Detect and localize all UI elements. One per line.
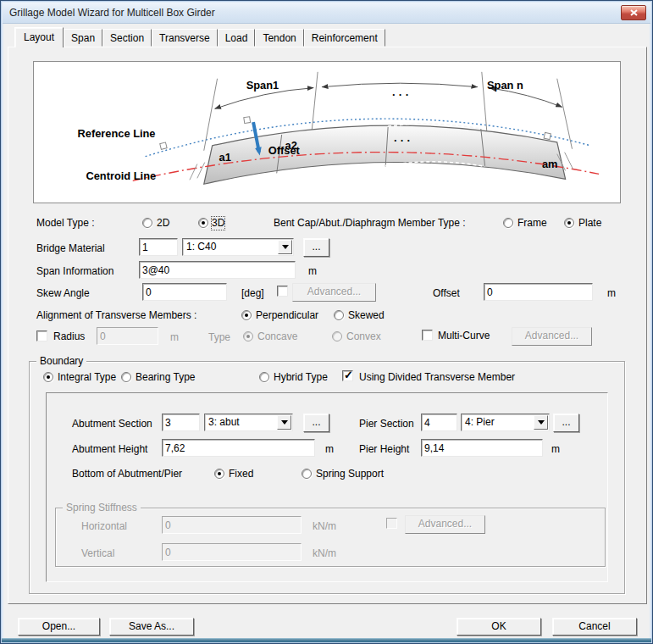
radio-frame[interactable] (503, 218, 513, 228)
abutment-height-input[interactable] (162, 439, 315, 457)
tab-layout[interactable]: Layout (14, 27, 64, 47)
tab-load[interactable]: Load (218, 29, 256, 47)
tab-section[interactable]: Section (102, 29, 152, 47)
radio-perpendicular[interactable] (241, 310, 252, 320)
radio-2d[interactable] (142, 218, 152, 228)
radio-hybrid-type[interactable] (259, 372, 269, 382)
radio-hybrid-type-label[interactable]: Hybrid Type (274, 371, 328, 384)
pier-section-combo-value: 4: Pier (465, 416, 495, 428)
radio-spring-support-label[interactable]: Spring Support (316, 468, 384, 480)
reference-line-label: Reference Line (78, 127, 156, 140)
tab-bar: Layout Span Section Transverse Load Tend… (14, 26, 385, 47)
chevron-down-icon (282, 245, 289, 249)
abutment-section-more-button[interactable]: ... (303, 414, 329, 432)
pier-height-unit: m (551, 443, 560, 456)
abutment-height-label: Abutment Height (72, 443, 147, 456)
spring-vertical-input (162, 543, 302, 561)
skew-advanced-checkbox[interactable] (277, 286, 288, 297)
radio-fixed-label[interactable]: Fixed (229, 468, 253, 480)
multi-curve-label[interactable]: Multi-Curve (438, 330, 490, 342)
abutment-height-unit: m (325, 443, 334, 456)
radio-perpendicular-label[interactable]: Perpendicular (256, 309, 318, 322)
radio-spring-support[interactable] (302, 469, 312, 479)
tab-span[interactable]: Span (64, 29, 102, 47)
radius-label[interactable]: Radius (53, 330, 85, 343)
radio-skewed[interactable] (334, 310, 344, 320)
radio-skewed-label[interactable]: Skewed (348, 309, 385, 322)
bottom-of-abutment-pier-label: Bottom of Abutment/Pier (72, 468, 182, 480)
radio-convex-label: Convex (346, 330, 381, 343)
pier-section-more-button[interactable]: ... (553, 414, 579, 432)
abutment-section-id-input[interactable] (162, 414, 200, 431)
radio-bearing-type[interactable] (121, 372, 131, 382)
skew-angle-input[interactable] (142, 283, 227, 301)
offset-input[interactable] (484, 283, 593, 301)
radio-3d[interactable] (198, 218, 208, 228)
chevron-down-icon (281, 420, 288, 425)
radio-plate[interactable] (564, 218, 574, 228)
pier-section-combo[interactable]: 4: Pier (461, 414, 550, 431)
tab-tendon[interactable]: Tendon (255, 29, 303, 47)
bridge-material-more-button[interactable]: ... (303, 238, 329, 257)
tab-reinforcement[interactable]: Reinforcement (304, 29, 385, 47)
divided-transverse-checkbox[interactable] (342, 370, 353, 381)
radio-frame-label[interactable]: Frame (517, 217, 547, 230)
pier-section-dropdown-button[interactable] (534, 415, 548, 430)
spring-vertical-unit: kN/m (313, 547, 336, 560)
titlebar[interactable]: Grillage Model Wizard for Multicell Box … (3, 3, 650, 24)
pier-height-input[interactable] (421, 439, 543, 457)
offset-label: Offset (433, 287, 460, 300)
radius-input (97, 327, 158, 345)
alignment-label: Alignment of Transverse Members : (36, 309, 196, 322)
save-as-button[interactable]: Save As... (109, 618, 194, 636)
skew-angle-label: Skew Angle (36, 287, 90, 300)
ok-button[interactable]: OK (457, 618, 541, 636)
pier-height-label: Pier Height (359, 443, 409, 456)
window-title: Grillage Model Wizard for Multicell Box … (9, 3, 215, 24)
divided-transverse-label[interactable]: Using Divided Transverse Member (359, 371, 515, 384)
radio-convex (332, 331, 342, 341)
close-button[interactable] (621, 5, 646, 20)
abutment-section-combo-value: 3: abut (208, 416, 240, 428)
bridge-material-combo[interactable]: 1: C40 (182, 238, 294, 256)
radio-2d-label[interactable]: 2D (157, 217, 169, 230)
radio-fixed[interactable] (214, 469, 224, 479)
bridge-material-id-input[interactable] (139, 238, 178, 256)
cancel-button[interactable]: Cancel (552, 618, 637, 636)
open-button[interactable]: Open... (18, 618, 100, 636)
span-information-input[interactable] (139, 261, 296, 279)
a1-label: a1 (219, 151, 231, 164)
spring-advanced-button: Advanced... (405, 515, 485, 534)
girder-band (204, 125, 566, 184)
window-bottom-frame (2, 638, 651, 642)
radio-integral-type-label[interactable]: Integral Type (58, 371, 116, 384)
am-label: am (542, 158, 558, 170)
radio-integral-type[interactable] (43, 372, 53, 382)
radius-checkbox[interactable] (36, 330, 47, 341)
bent-cap-member-type-label: Bent Cap/Abut./Diaphragm Member Type : (274, 217, 466, 230)
skew-advanced-button: Advanced... (292, 283, 376, 302)
spring-stiffness-group-title: Spring Stiffness (63, 502, 141, 514)
bridge-material-label: Bridge Material (36, 242, 105, 255)
radius-unit: m (170, 331, 179, 344)
span-dots-label: · · · (392, 88, 409, 101)
abutment-section-dropdown-button[interactable] (277, 415, 291, 430)
diagram-canvas: Span1 · · · Span n (34, 62, 620, 203)
pier-section-id-input[interactable] (421, 414, 457, 431)
radio-concave-label: Concave (257, 330, 297, 343)
span1-label: Span1 (246, 79, 279, 92)
abutment-section-combo[interactable]: 3: abut (204, 414, 293, 431)
radio-bearing-type-label[interactable]: Bearing Type (136, 371, 196, 384)
multi-curve-checkbox[interactable] (422, 330, 433, 341)
centroid-line-label: Centroid Line (86, 169, 156, 182)
radio-3d-label[interactable]: 3D (212, 217, 224, 230)
spring-horizontal-label: Horizontal (81, 520, 127, 533)
tab-transverse[interactable]: Transverse (152, 29, 218, 47)
chevron-down-icon (538, 420, 545, 425)
radio-concave (243, 331, 253, 341)
radio-plate-label[interactable]: Plate (578, 217, 601, 230)
bridge-material-dropdown-button[interactable] (278, 240, 292, 254)
bridge-material-combo-value: 1: C40 (186, 241, 216, 253)
spring-advanced-checkbox (386, 518, 397, 529)
curve-type-label: Type (208, 331, 230, 344)
